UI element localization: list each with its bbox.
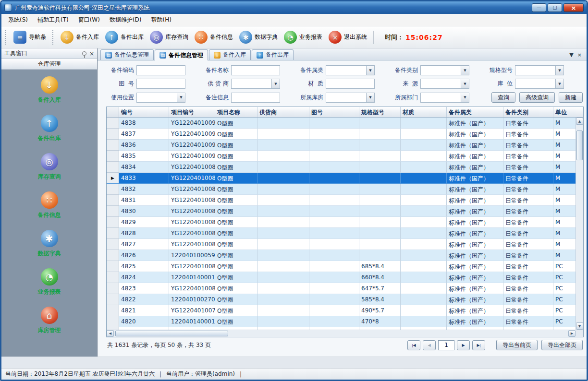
prev-page-button[interactable]: ◀ <box>423 340 436 350</box>
tab-close-icon[interactable]: × <box>577 52 582 58</box>
source-select[interactable]: ▼ <box>420 79 469 89</box>
location-select[interactable]: ▼ <box>515 79 564 89</box>
minimize-button[interactable]: — <box>532 3 546 12</box>
next-page-button[interactable]: ▶ <box>457 340 470 350</box>
table-row[interactable]: 4831YG12204010086O型圈标准件（国产）日常备件M <box>107 195 576 206</box>
scroll-up-icon[interactable]: ▲ <box>576 118 583 125</box>
column-header-material[interactable]: 材质 <box>401 107 447 117</box>
part-category-select[interactable]: ▼ <box>326 65 375 75</box>
toolbar-item-stock-query[interactable]: ◎ 库存查询 <box>150 31 188 44</box>
export-all-pages-button[interactable]: 导出全部页 <box>541 340 583 350</box>
table-row[interactable]: 4836YG12204010091O型圈标准件（国产）日常备件M <box>107 140 576 151</box>
material-input[interactable] <box>326 79 375 89</box>
last-page-button[interactable]: ▶| <box>472 340 485 350</box>
part-type-select[interactable]: ▼ <box>420 65 469 75</box>
table-row[interactable]: 48261220401000599O型圈标准件（国产）日常备件M <box>107 250 576 261</box>
column-header-unit[interactable]: 单位 <box>553 107 576 117</box>
supplier-select[interactable]: ▼ <box>231 79 280 89</box>
title-bar[interactable]: 广州爱奇迪软件科技有限公司-深田之星仓库管理系统 — ▢ × <box>1 1 587 14</box>
table-row[interactable]: 4835YG12204010090O型圈标准件（国产）日常备件M <box>107 151 576 162</box>
tab-parts-outbound[interactable]: ↑ 备件出库 <box>252 49 294 60</box>
sidebar-item-parts-info[interactable]: ∷ 备件信息 <box>38 191 61 219</box>
toolbar-item-parts-info[interactable]: ∷ 备件信息 <box>195 31 233 44</box>
department-select[interactable]: ▼ <box>420 93 469 103</box>
scroll-left-icon[interactable]: ◀ <box>107 330 114 337</box>
tool-window-close-icon[interactable]: × <box>89 50 94 57</box>
column-header-supplier[interactable]: 供货商 <box>257 107 309 117</box>
menu-window[interactable]: 窗口(W) <box>74 14 105 26</box>
column-header-id[interactable]: 编号 <box>119 107 169 117</box>
maximize-button[interactable]: ▢ <box>548 3 562 12</box>
sidebar-item-parts-inbound[interactable]: ↓ 备件入库 <box>38 76 61 104</box>
horizontal-scrollbar[interactable]: ◀ ▶ <box>107 330 576 337</box>
sidebar-item-parts-outbound[interactable]: ↑ 备件出库 <box>38 115 61 143</box>
column-header-spec-model[interactable]: 规格型号 <box>359 107 401 117</box>
export-current-page-button[interactable]: 导出当前页 <box>496 340 538 350</box>
menu-system[interactable]: 系统(S) <box>3 14 33 26</box>
toolbar-item-data-dictionary[interactable]: ✱ 数据字典 <box>239 31 278 44</box>
part-code-input[interactable] <box>136 65 185 75</box>
advanced-query-button[interactable]: 高级查询 <box>519 92 555 103</box>
toolbar-item-exit-system[interactable]: × 退出系统 <box>329 31 367 44</box>
column-header-project-name[interactable]: 项目名称 <box>215 107 257 117</box>
hscroll-thumb[interactable] <box>115 331 228 336</box>
table-row[interactable]: 4823YG12204010080O型圈647*5.7标准件（国产）日常备件PC <box>107 283 576 294</box>
table-row[interactable]: 48201220401400013O型圈470*8标准件（国产）日常备件PC <box>107 316 576 327</box>
tab-list-dropdown-icon[interactable]: ▼ <box>569 52 573 58</box>
menu-data-maintenance[interactable]: 数据维护(D) <box>105 14 147 26</box>
table-row[interactable]: 4828YG12204010083O型圈标准件（国产）日常备件M <box>107 228 576 239</box>
pin-icon[interactable] <box>82 51 86 56</box>
column-header-drawing-no[interactable]: 图号 <box>309 107 359 117</box>
vscroll-track[interactable] <box>576 125 583 322</box>
vertical-scrollbar[interactable]: ▲ ▼ <box>576 118 583 330</box>
warehouse-select[interactable]: ▼ <box>326 93 375 103</box>
table-row[interactable]: 48241220401400012O型圈660*8.4标准件（国产）日常备件PC <box>107 272 576 283</box>
query-button[interactable]: 查询 <box>491 92 515 103</box>
use-position-select[interactable]: ▼ <box>136 93 185 103</box>
toolbar-item-parts-inbound[interactable]: ↓ 备件入库 <box>61 31 99 44</box>
toolbar-item-navbar[interactable]: ≡ 导航条 <box>13 31 46 44</box>
drawing-no-input[interactable] <box>136 79 185 89</box>
tab-parts-inbound[interactable]: ↓ 备件入库 <box>209 49 251 60</box>
cell: 日常备件 <box>503 184 553 195</box>
sidebar-item-stock-query[interactable]: ◎ 库存查询 <box>38 153 61 181</box>
first-page-button[interactable]: |◀ <box>407 340 420 350</box>
table-row[interactable]: 48221220401002700O型圈585*8.4标准件（国产）日常备件PC <box>107 294 576 305</box>
cell: M <box>553 206 576 217</box>
sidebar-item-warehouse-management[interactable]: ⌂ 库房管理 <box>38 307 61 334</box>
column-header-part-type[interactable]: 备件类别 <box>503 107 553 117</box>
sidebar-item-business-report[interactable]: ◔ 业务报表 <box>38 268 61 296</box>
table-row[interactable]: 4825YG12204010081O型圈685*8.4标准件（国产）日常备件PC <box>107 261 576 272</box>
column-header-project-no[interactable]: 项目编号 <box>169 107 215 117</box>
tab-parts-info-management-1[interactable]: ▤ 备件信息管理 <box>100 49 154 60</box>
table-row[interactable]: 4834YG12204010089O型圈标准件（国产）日常备件M <box>107 162 576 173</box>
table-row[interactable]: 4830YG12204010085O型圈标准件（国产）日常备件M <box>107 206 576 217</box>
scroll-right-icon[interactable]: ▶ <box>568 330 576 337</box>
table-row[interactable]: ▶4833YG12204010088O型圈标准件（国产）日常备件M <box>107 173 576 184</box>
toolbar-grip[interactable] <box>5 30 7 45</box>
tab-parts-info-management-2[interactable]: ▤ 备件信息管理 <box>155 49 208 60</box>
part-name-input[interactable] <box>231 65 280 75</box>
hscroll-track[interactable] <box>114 330 568 337</box>
table-row[interactable]: 4827YG12204010082O型圈标准件（国产）日常备件M <box>107 239 576 250</box>
column-header-part-category[interactable]: 备件属类 <box>447 107 503 117</box>
table-row[interactable]: 4821YG12204010079O型圈490*5.7标准件（国产）日常备件PC <box>107 305 576 316</box>
table-row[interactable]: 4837YG12204010092O型圈标准件（国产）日常备件M <box>107 129 576 140</box>
page-number-input[interactable] <box>438 340 454 350</box>
toolbar-item-business-report[interactable]: ◔ 业务报表 <box>284 31 322 44</box>
warehouse-management-section-header[interactable]: 仓库管理 <box>1 59 97 70</box>
toolbar-grip[interactable] <box>52 30 54 45</box>
new-button[interactable]: 新建 <box>559 92 583 103</box>
scroll-down-icon[interactable]: ▼ <box>576 322 583 330</box>
table-row[interactable]: 4829YG12204010084O型圈标准件（国产）日常备件M <box>107 217 576 228</box>
close-button[interactable]: × <box>564 3 584 12</box>
spec-model-select[interactable]: ▼ <box>515 65 564 75</box>
menu-aux-tools[interactable]: 辅助工具(T) <box>33 14 74 26</box>
vscroll-thumb[interactable] <box>576 131 583 160</box>
sidebar-item-data-dictionary[interactable]: ✱ 数据字典 <box>38 230 61 258</box>
table-row[interactable]: 4832YG12204010087O型圈标准件（国产）日常备件M <box>107 184 576 195</box>
toolbar-item-parts-outbound[interactable]: ↑ 备件出库 <box>105 31 144 44</box>
menu-help[interactable]: 帮助(H) <box>147 14 176 26</box>
table-row[interactable]: 4838YG12204010093O型圈标准件（国产）日常备件M <box>107 118 576 129</box>
remark-input[interactable] <box>231 93 280 103</box>
